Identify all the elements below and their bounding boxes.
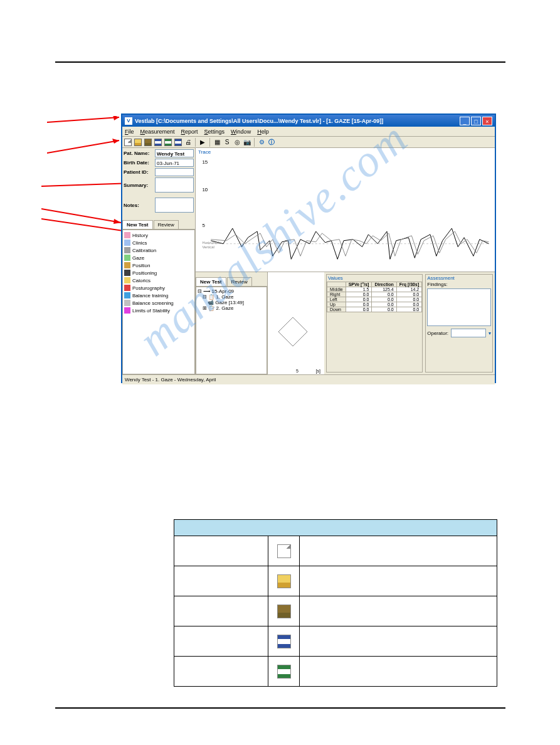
operator-select[interactable] (451, 329, 486, 337)
toolbar-sep-3 (254, 138, 255, 147)
table-row (174, 536, 497, 566)
status-text: Wendy Test - 1. Gaze - Wednesday, April (125, 377, 216, 383)
tree-item-1[interactable]: ⊟ 📋 1. Gaze (198, 294, 265, 300)
operator-label: Operator: (427, 330, 448, 336)
summary-field[interactable] (155, 177, 194, 193)
footer-rule (55, 707, 505, 709)
chart-panel: [s] 5 (268, 272, 324, 374)
cell-desc-3 (300, 596, 497, 626)
table-row (174, 566, 497, 596)
table-row: Left0.00.00.0 (327, 297, 422, 302)
table-row: Right0.00.00.0 (327, 292, 422, 297)
cell-desc-5 (300, 657, 497, 687)
save-icon[interactable] (154, 138, 162, 147)
menu-file[interactable]: File (125, 129, 134, 135)
cell-label-5 (174, 657, 268, 687)
tab-review[interactable]: Review (154, 220, 179, 229)
toolbar-sep-2 (209, 138, 210, 147)
main-content: Pat. Name: Wendy Test Birth Date: 03-Jun… (122, 148, 495, 374)
open2-icon[interactable] (144, 138, 152, 147)
trace-chart: 15 10 5 Horizontal Vertical (196, 148, 495, 272)
test-item-position[interactable]: Position (124, 262, 193, 269)
cell-label-1 (174, 536, 268, 566)
left-panel: Pat. Name: Wendy Test Birth Date: 03-Jun… (122, 148, 196, 374)
tree-content: ⊟ ⟶ 15-Apr-09 ⊟ 📋 1. Gaze 📹 Gaze [13:49]… (196, 287, 267, 374)
test-item-positioning[interactable]: Positioning (124, 269, 193, 277)
tree-panel: New Test Review ⊟ ⟶ 15-Apr-09 ⊟ 📋 1. Gaz… (196, 272, 268, 374)
info-icon[interactable]: ⓘ (267, 138, 276, 147)
tree-item-1-sub[interactable]: 📹 Gaze [13:49] (198, 300, 265, 305)
tree-tab-review[interactable]: Review (227, 277, 252, 286)
notes-label: Notes: (124, 203, 155, 208)
pat-name-field[interactable]: Wendy Test (155, 149, 194, 157)
new-icon[interactable] (124, 138, 132, 147)
menu-report[interactable]: Report (181, 129, 198, 135)
grid-icon[interactable]: ▦ (213, 138, 221, 147)
center-right: Trace 15 10 5 Horizontal Vertical (196, 148, 495, 374)
header-rule (55, 61, 505, 63)
svg-line-0 (47, 117, 119, 122)
birth-label: Birth Date: (124, 160, 155, 166)
tree-item-2[interactable]: ⊞ 📋 2. Gaze (198, 305, 265, 311)
test-item-posturography[interactable]: Posturography (124, 284, 193, 292)
assessment-box: Assessment Findings: Operator: ▾ (425, 274, 493, 372)
close-button[interactable]: × (482, 117, 492, 125)
cell-label-4 (174, 626, 268, 657)
cell-icon-2 (268, 566, 300, 596)
dropdown-icon[interactable]: ▾ (489, 330, 491, 336)
test-item-calibration[interactable]: Calibration (124, 246, 193, 254)
test-item-balance-screening[interactable]: Balance screening (124, 299, 193, 307)
test-item-balance-training[interactable]: Balance training (124, 292, 193, 299)
app-icon: V (125, 117, 132, 125)
play-icon[interactable]: ▶ (198, 138, 207, 147)
menu-settings[interactable]: Settings (204, 129, 225, 135)
cell-desc-2 (300, 566, 497, 596)
bottom-row: New Test Review ⊟ ⟶ 15-Apr-09 ⊟ 📋 1. Gaz… (196, 272, 495, 374)
cam-icon[interactable]: 📷 (243, 138, 251, 147)
new-file-icon (277, 544, 291, 558)
test-item-history[interactable]: History (124, 231, 193, 239)
svg-text:5: 5 (202, 223, 205, 228)
s-icon[interactable]: S (223, 138, 231, 147)
cell-desc-4 (300, 626, 497, 657)
open-folder-icon (277, 574, 291, 588)
table-header (174, 520, 497, 536)
tool-icon[interactable]: ⚙ (257, 138, 266, 147)
title-bar[interactable]: V Vestlab [C:\Documents and Settings\All… (122, 115, 495, 127)
svg-text:Horizontal: Horizontal (202, 241, 219, 245)
findings-label: Findings: (426, 282, 492, 287)
menu-window[interactable]: Window (231, 129, 251, 135)
saveall-icon[interactable] (174, 138, 182, 147)
tab-new-test[interactable]: New Test (122, 220, 153, 229)
test-item-gaze[interactable]: Gaze (124, 254, 193, 262)
save2-icon[interactable] (164, 138, 172, 147)
trace-area: Trace 15 10 5 Horizontal Vertical (196, 148, 495, 272)
id-field[interactable] (155, 168, 194, 176)
table-row (174, 657, 497, 687)
birth-field[interactable]: 03-Jun-71 (155, 159, 194, 167)
diamond-chart (277, 316, 309, 347)
id-label: Patient ID: (124, 169, 155, 175)
notes-field[interactable] (155, 198, 194, 213)
table-row: Up0.00.00.0 (327, 302, 422, 307)
maximize-button[interactable]: □ (471, 117, 481, 125)
circle-icon[interactable]: ◎ (233, 138, 241, 147)
test-item-clinics[interactable]: Clinics (124, 239, 193, 246)
minimize-button[interactable]: _ (460, 117, 470, 125)
menu-help[interactable]: Help (257, 129, 269, 135)
tree-tab-newtest[interactable]: New Test (196, 277, 226, 286)
test-item-calorics[interactable]: Calorics (124, 277, 193, 284)
svg-text:Vertical: Vertical (202, 245, 214, 249)
cell-icon-1 (268, 536, 300, 566)
pat-name-label: Pat. Name: (124, 151, 155, 156)
svg-marker-3 (112, 139, 119, 144)
cell-desc-1 (300, 536, 497, 566)
findings-field[interactable] (427, 288, 491, 326)
open-icon[interactable] (134, 138, 142, 147)
menu-measurement[interactable]: Measurement (140, 129, 175, 135)
status-bar: Wendy Test - 1. Gaze - Wednesday, April (122, 374, 495, 384)
test-item-limits[interactable]: Limits of Stability (124, 307, 193, 314)
print-icon[interactable]: 🖨 (184, 138, 193, 147)
tree-root[interactable]: ⊟ ⟶ 15-Apr-09 (198, 288, 265, 294)
summary-label: Summary: (124, 182, 155, 188)
